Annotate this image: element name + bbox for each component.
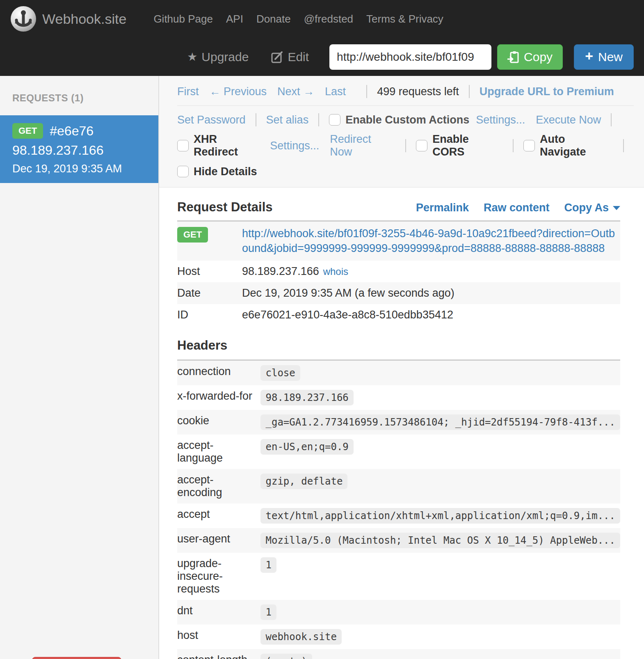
header-value: _ga=GA1.2.773416959.1573486104; _hjid=2d… (260, 414, 620, 430)
row-label: Date (177, 282, 242, 304)
header-key: upgrade-insecure-requests (177, 553, 260, 600)
header-key: accept-encoding (177, 469, 260, 503)
upgrade-label: Upgrade (201, 50, 249, 64)
custom-actions-settings-link[interactable]: Settings... (476, 114, 525, 126)
enable-cors-label: Enable CORS (432, 133, 503, 158)
star-icon: ★ (187, 50, 197, 64)
copy-label: Copy (524, 50, 553, 64)
header-value: gzip, deflate (260, 474, 347, 489)
separator (405, 139, 406, 152)
request-details-panel: Request Details Permalink Raw content Co… (159, 188, 644, 659)
permalink-link[interactable]: Permalink (416, 201, 469, 214)
request-list-item-selected[interactable]: GET #e6e76 98.189.237.166 Dec 19, 2019 9… (0, 115, 158, 183)
pagination-first[interactable]: First (177, 85, 199, 98)
new-url-button[interactable]: + New (574, 44, 634, 70)
header-value: 98.189.237.166 (260, 390, 353, 405)
nav-link-donate[interactable]: Donate (256, 13, 291, 25)
header-key: cookie (177, 410, 260, 435)
enable-custom-actions-checkbox[interactable] (329, 114, 340, 126)
separator (366, 85, 367, 98)
table-row: connection close (177, 360, 620, 385)
brand-name: Webhook.site (42, 11, 126, 27)
set-alias-link[interactable]: Set alias (266, 114, 309, 126)
header-value: (empty) (260, 654, 312, 659)
table-row: GET http://webhook.site/bf01f09f-3255-4b… (177, 221, 620, 261)
whois-link[interactable]: whois (323, 266, 348, 277)
redirect-now-link[interactable]: Redirect Now (330, 133, 395, 158)
table-row: dnt 1 (177, 600, 620, 625)
table-row: upgrade-insecure-requests 1 (177, 553, 620, 600)
navbar: Webhook.site Github Page API Donate @fre… (0, 0, 644, 76)
hide-details-label: Hide Details (194, 165, 257, 178)
plus-icon: + (585, 48, 593, 64)
requests-sidebar: REQUESTS (1) GET #e6e76 98.189.237.166 D… (0, 76, 159, 659)
requests-count-heading: REQUESTS (1) (12, 92, 158, 104)
top-nav: Github Page API Donate @fredsted Terms &… (153, 13, 456, 25)
table-row: x-forwarded-for 98.189.237.166 (177, 385, 620, 410)
copy-url-button[interactable]: Copy (497, 44, 563, 70)
headers-table: connection close x-forwarded-for 98.189.… (177, 359, 620, 659)
chevron-down-icon (613, 206, 620, 210)
upgrade-url-premium-link[interactable]: Upgrade URL to Premium (480, 85, 614, 98)
header-key: accept (177, 503, 260, 528)
host-value: 98.189.237.166 (242, 265, 319, 277)
date-value: Dec 19, 2019 9:35 AM (a few seconds ago) (242, 282, 620, 304)
edit-label: Edit (288, 50, 309, 64)
hide-details-checkbox[interactable] (177, 166, 189, 177)
request-details-table: GET http://webhook.site/bf01f09f-3255-4b… (177, 220, 620, 326)
xhr-redirect-checkbox[interactable] (177, 140, 189, 151)
separator (611, 113, 612, 126)
header-value: 1 (260, 557, 276, 573)
pagination-next[interactable]: Next → (277, 85, 314, 98)
table-row: ID e6e76021-e910-4a3e-a8c8-510edbb35412 (177, 304, 620, 326)
request-short-id: #e6e76 (50, 124, 94, 139)
xhr-redirect-label: XHR Redirect (194, 133, 263, 158)
header-value: Mozilla/5.0 (Macintosh; Intel Mac OS X 1… (260, 533, 620, 548)
main-panel: First ← Previous Next → Last 499 request… (159, 76, 644, 659)
header-key: accept-language (177, 435, 260, 469)
webhook-anchor-logo-icon (10, 6, 37, 32)
header-value: text/html,application/xhtml+xml,applicat… (260, 508, 620, 524)
xhr-settings-link[interactable]: Settings... (270, 140, 319, 152)
nav-link-api[interactable]: API (226, 13, 243, 25)
enable-cors-checkbox[interactable] (416, 140, 427, 151)
table-row: accept text/html,application/xhtml+xml,a… (177, 503, 620, 528)
nav-link-github[interactable]: Github Page (153, 13, 213, 25)
brand-link[interactable]: Webhook.site (10, 6, 126, 32)
row-label: Host (177, 261, 242, 282)
row-label: ID (177, 304, 242, 326)
execute-now-link[interactable]: Execute Now (536, 114, 601, 126)
separator (513, 139, 514, 152)
auto-navigate-checkbox[interactable] (523, 140, 535, 151)
table-row: accept-language en-US,en;q=0.9 (177, 435, 620, 469)
controls-strip: First ← Previous Next → Last 499 request… (159, 76, 644, 188)
actions-row-1: Set Password Set alias Enable Custom Act… (177, 112, 634, 128)
pagination-previous[interactable]: ← Previous (209, 85, 267, 98)
separator (469, 85, 470, 98)
raw-content-link[interactable]: Raw content (484, 201, 550, 214)
delete-button[interactable] (32, 657, 121, 659)
upgrade-button[interactable]: ★ Upgrade (187, 50, 249, 64)
table-row: cookie _ga=GA1.2.773416959.1573486104; _… (177, 410, 620, 435)
nav-link-terms-privacy[interactable]: Terms & Privacy (366, 13, 443, 25)
table-row: content-length (empty) (177, 649, 620, 659)
copy-as-dropdown[interactable]: Copy As (564, 201, 620, 214)
request-url-link[interactable]: http://webhook.site/bf01f09f-3255-4b46-9… (242, 226, 620, 256)
pagination-last[interactable]: Last (325, 85, 346, 98)
header-value: webhook.site (260, 629, 341, 645)
request-date: Dec 19, 2019 9:35 AM (12, 162, 146, 175)
header-key: connection (177, 360, 260, 385)
requests-left-counter: 499 requests left (377, 85, 459, 98)
header-key: dnt (177, 600, 260, 625)
edit-button[interactable]: Edit (271, 50, 309, 64)
new-label: New (598, 50, 623, 64)
webhook-url-input[interactable] (329, 44, 491, 70)
table-row: user-agent Mozilla/5.0 (Macintosh; Intel… (177, 528, 620, 553)
id-value: e6e76021-e910-4a3e-a8c8-510edbb35412 (242, 304, 620, 326)
nav-link-fredsted[interactable]: @fredsted (304, 13, 353, 25)
separator (256, 113, 256, 126)
actions-row-2: XHR Redirect Settings... Redirect Now En… (177, 133, 634, 158)
table-row: accept-encoding gzip, deflate (177, 469, 620, 503)
set-password-link[interactable]: Set Password (177, 114, 246, 126)
copy-as-label: Copy As (564, 201, 609, 214)
